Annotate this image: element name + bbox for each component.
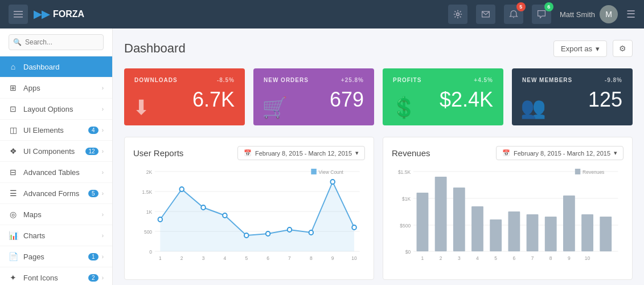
- user-reports-date-btn[interactable]: 📅 February 8, 2015 - March 12, 2015 ▾: [237, 146, 365, 160]
- avatar: M: [600, 5, 618, 23]
- sidebar-item-maps[interactable]: ◎ Maps ›: [0, 204, 112, 225]
- svg-rect-0: [14, 11, 23, 12]
- user-info: Matt Smith M: [560, 5, 618, 23]
- svg-text:$0: $0: [405, 249, 411, 255]
- arrow-icon: ›: [102, 127, 104, 133]
- envelope-icon: [481, 10, 490, 19]
- chat-badge: 6: [544, 2, 553, 11]
- header-actions: Export as ▾ ⚙: [553, 40, 633, 57]
- content-area: Dashboard Export as ▾ ⚙ DOWNLOADS -8.5% …: [113, 28, 644, 285]
- gear-icon: [453, 10, 462, 19]
- chart-header: User Reports 📅 February 8, 2015 - March …: [133, 146, 365, 160]
- main-layout: 🔍 ⌂ Dashboard ⊞ Apps › ⊡ Layout Options …: [0, 28, 644, 285]
- hamburger-btn[interactable]: ☰: [626, 8, 635, 21]
- sidebar-item-apps[interactable]: ⊞ Apps ›: [0, 78, 112, 99]
- card-label: PROFITS: [393, 77, 421, 83]
- card-label: NEW MEMBERS: [522, 77, 572, 83]
- download-icon: ⬇: [133, 96, 150, 120]
- logo: ▶▶ FORZA: [34, 8, 84, 21]
- svg-point-18: [223, 213, 227, 218]
- ui-components-icon: ❖: [9, 146, 18, 156]
- font-icons-icon: ✦: [9, 273, 18, 282]
- arrow-icon: ›: [102, 233, 104, 239]
- card-change: -9.8%: [605, 77, 622, 83]
- svg-text:View Count: View Count: [319, 169, 344, 175]
- cart-icon: 🛒: [262, 96, 288, 120]
- svg-text:6: 6: [266, 255, 269, 261]
- svg-rect-51: [527, 214, 539, 251]
- card-change: +4.5%: [474, 77, 493, 83]
- svg-text:1.5K: 1.5K: [142, 189, 153, 195]
- sidebar-item-label: UI Elements: [23, 126, 64, 135]
- bell-icon: [509, 10, 518, 19]
- sidebar-item-dashboard[interactable]: ⌂ Dashboard: [0, 56, 112, 78]
- sidebar-item-label: Advanced Tables: [23, 168, 80, 177]
- chat-btn[interactable]: 6: [532, 5, 551, 24]
- messages-btn[interactable]: [476, 5, 495, 24]
- svg-rect-46: [435, 177, 447, 251]
- svg-text:1: 1: [421, 255, 424, 261]
- notifications-btn[interactable]: 5: [504, 5, 523, 24]
- export-button[interactable]: Export as ▾: [553, 40, 607, 57]
- user-reports-title: User Reports: [133, 148, 183, 158]
- svg-text:9: 9: [568, 255, 571, 261]
- revenues-title: Revenues: [392, 148, 430, 158]
- export-label: Export as: [561, 44, 592, 53]
- svg-point-3: [456, 13, 459, 16]
- sidebar-item-font-icons[interactable]: ✦ Font Icons 2 ›: [0, 267, 112, 285]
- svg-text:3: 3: [458, 255, 461, 261]
- badge-5: 5: [88, 190, 99, 197]
- revenues-date-btn[interactable]: 📅 February 8, 2015 - March 12, 2015 ▾: [496, 146, 624, 160]
- chevron-down-icon: ▾: [596, 44, 600, 53]
- sidebar-item-pages[interactable]: 📄 Pages 1 ›: [0, 246, 112, 267]
- calendar-icon: 📅: [502, 149, 510, 157]
- svg-point-24: [352, 225, 356, 230]
- sidebar-item-charts[interactable]: 📊 Charts ›: [0, 225, 112, 246]
- badge-4: 4: [88, 127, 99, 134]
- user-reports-card: User Reports 📅 February 8, 2015 - March …: [124, 137, 374, 280]
- svg-text:$500: $500: [400, 223, 411, 229]
- chevron-down-icon: ▾: [355, 149, 359, 157]
- svg-text:1K: 1K: [146, 209, 153, 215]
- settings-btn[interactable]: [448, 5, 467, 24]
- nav-menu-btn[interactable]: [9, 5, 28, 24]
- svg-text:500: 500: [144, 229, 152, 235]
- svg-text:4: 4: [224, 255, 227, 261]
- badge-12: 12: [85, 148, 99, 155]
- sidebar: 🔍 ⌂ Dashboard ⊞ Apps › ⊡ Layout Options …: [0, 28, 113, 285]
- chat-icon: [537, 10, 546, 19]
- svg-rect-48: [471, 206, 483, 251]
- maps-icon: ◎: [9, 210, 18, 219]
- sidebar-item-advanced-tables[interactable]: ⊟ Advanced Tables ›: [0, 162, 112, 183]
- svg-text:5: 5: [245, 255, 248, 261]
- badge-2: 2: [88, 274, 99, 282]
- apps-icon: ⊞: [9, 83, 18, 92]
- sidebar-item-ui-elements[interactable]: ◫ UI Elements 4 ›: [0, 120, 112, 141]
- charts-icon: 📊: [9, 231, 18, 240]
- sidebar-item-advanced-forms[interactable]: ☰ Advanced Forms 5 ›: [0, 183, 112, 204]
- sidebar-item-ui-components[interactable]: ❖ UI Components 12 ›: [0, 141, 112, 162]
- settings-button[interactable]: ⚙: [613, 40, 633, 57]
- svg-rect-45: [417, 193, 429, 251]
- svg-rect-35: [311, 169, 316, 174]
- badge-1: 1: [88, 253, 99, 260]
- search-input[interactable]: [9, 34, 104, 50]
- arrow-icon: ›: [102, 85, 104, 91]
- sidebar-item-label: Apps: [23, 84, 40, 92]
- svg-point-23: [330, 180, 335, 184]
- svg-text:$1.5K: $1.5K: [398, 169, 411, 175]
- svg-text:$1K: $1K: [402, 196, 411, 202]
- svg-text:10: 10: [585, 255, 590, 261]
- stat-cards: DOWNLOADS -8.5% ⬇ 6.7K NEW ORDERS +25.8%…: [124, 68, 633, 125]
- arrow-icon: ›: [102, 169, 104, 176]
- layout-icon: ⊡: [9, 104, 18, 113]
- svg-text:7: 7: [531, 255, 534, 261]
- page-header: Dashboard Export as ▾ ⚙: [124, 40, 633, 57]
- arrow-icon: ›: [102, 211, 104, 218]
- svg-point-16: [179, 187, 184, 192]
- menu-icon: [14, 10, 23, 19]
- svg-marker-14: [160, 182, 354, 251]
- sidebar-item-layout[interactable]: ⊡ Layout Options ›: [0, 99, 112, 120]
- chart-header: Revenues 📅 February 8, 2015 - March 12, …: [392, 146, 624, 160]
- sidebar-item-label: UI Components: [23, 147, 75, 156]
